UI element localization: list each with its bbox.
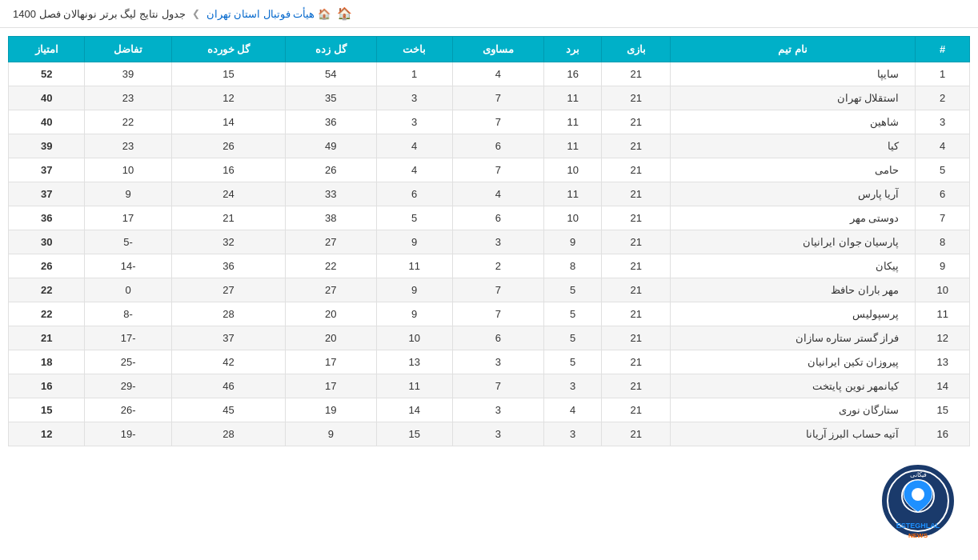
cell-team-name[interactable]: کیانمهر نوین پایتخت <box>671 374 916 398</box>
cell-goals-scored: 33 <box>285 182 376 206</box>
cell-draws: 7 <box>452 278 543 302</box>
cell-draws: 4 <box>452 62 543 86</box>
cell-team-name[interactable]: کیا <box>671 134 916 158</box>
cell-team-name[interactable]: ستارگان نوری <box>671 398 916 422</box>
cell-goals-conceded: 21 <box>171 206 285 230</box>
table-row: 3 شاهین 21 11 7 3 36 14 22 40 <box>9 110 970 134</box>
cell-rank: 3 <box>916 110 970 134</box>
cell-wins: 5 <box>544 326 602 350</box>
cell-team-name[interactable]: سایپا <box>671 62 916 86</box>
table-row: 14 کیانمهر نوین پایتخت 21 3 7 11 17 46 -… <box>9 374 970 398</box>
cell-losses: 5 <box>376 206 452 230</box>
cell-losses: 9 <box>376 230 452 254</box>
cell-points: 37 <box>9 182 85 206</box>
cell-draws: 3 <box>452 350 543 374</box>
cell-rank: 4 <box>916 134 970 158</box>
cell-wins: 9 <box>544 230 602 254</box>
cell-rank: 2 <box>916 86 970 110</box>
cell-games: 21 <box>602 110 671 134</box>
cell-wins: 10 <box>544 206 602 230</box>
cell-draws: 7 <box>452 110 543 134</box>
cell-team-name[interactable]: مهر باران حافظ <box>671 278 916 302</box>
cell-team-name[interactable]: آتیه حساب البرز آریانا <box>671 422 916 446</box>
svg-point-3 <box>912 488 924 501</box>
table-row: 4 کیا 21 11 6 4 49 26 23 39 <box>9 134 970 158</box>
header-goals-scored: گل زده <box>285 37 376 62</box>
cell-goal-diff: 0 <box>85 278 172 302</box>
table-body: 1 سایپا 21 16 4 1 54 15 39 52 2 استقلال … <box>9 62 970 446</box>
table-row: 8 پارسیان جوان ایرانیان 21 9 3 9 27 32 -… <box>9 230 970 254</box>
cell-losses: 4 <box>376 158 452 182</box>
table-row: 7 دوستی مهر 21 10 6 5 38 21 17 36 <box>9 206 970 230</box>
cell-losses: 3 <box>376 110 452 134</box>
cell-goals-conceded: 45 <box>171 398 285 422</box>
cell-points: 40 <box>9 86 85 110</box>
svg-text:ESTEGHLAL: ESTEGHLAL <box>896 522 940 530</box>
table-row: 5 حامی 21 10 7 4 26 16 10 37 <box>9 158 970 182</box>
logo-area: فیکانی ESTEGHLAL NEWS <box>874 462 970 542</box>
cell-draws: 6 <box>452 326 543 350</box>
cell-team-name[interactable]: پیکان <box>671 254 916 278</box>
cell-team-name[interactable]: شاهین <box>671 110 916 134</box>
cell-draws: 7 <box>452 302 543 326</box>
cell-goals-conceded: 14 <box>171 110 285 134</box>
header-goal-diff: تفاضل <box>85 37 172 62</box>
cell-wins: 4 <box>544 398 602 422</box>
table-header-row: # نام تیم بازی برد مساوی باخت گل زده گل … <box>9 37 970 62</box>
cell-team-name[interactable]: آریا پارس <box>671 182 916 206</box>
cell-goals-conceded: 37 <box>171 326 285 350</box>
table-row: 11 پرسپولیس 21 5 7 9 20 28 -8 22 <box>9 302 970 326</box>
cell-draws: 7 <box>452 86 543 110</box>
cell-losses: 4 <box>376 134 452 158</box>
cell-goals-conceded: 16 <box>171 158 285 182</box>
cell-goals-scored: 38 <box>285 206 376 230</box>
svg-text:NEWS: NEWS <box>908 532 928 539</box>
svg-text:فیکانی: فیکانی <box>910 471 927 478</box>
cell-team-name[interactable]: دوستی مهر <box>671 206 916 230</box>
cell-team-name[interactable]: پرسپولیس <box>671 302 916 326</box>
cell-rank: 9 <box>916 254 970 278</box>
cell-draws: 3 <box>452 230 543 254</box>
cell-games: 21 <box>602 302 671 326</box>
cell-team-name[interactable]: پارسیان جوان ایرانیان <box>671 230 916 254</box>
header-games: بازی <box>602 37 671 62</box>
table-row: 1 سایپا 21 16 4 1 54 15 39 52 <box>9 62 970 86</box>
cell-goal-diff: -26 <box>85 398 172 422</box>
cell-games: 21 <box>602 278 671 302</box>
cell-goals-conceded: 36 <box>171 254 285 278</box>
cell-team-name[interactable]: پیروزان تکین ایرانیان <box>671 350 916 374</box>
cell-goals-conceded: 27 <box>171 278 285 302</box>
cell-team-name[interactable]: استقلال تهران <box>671 86 916 110</box>
cell-losses: 14 <box>376 398 452 422</box>
home-link[interactable]: 🏠 هیأت فوتبال استان تهران <box>206 8 331 20</box>
cell-points: 52 <box>9 62 85 86</box>
cell-wins: 11 <box>544 134 602 158</box>
cell-points: 21 <box>9 326 85 350</box>
table-row: 2 استقلال تهران 21 11 7 3 35 12 23 40 <box>9 86 970 110</box>
cell-goal-diff: -19 <box>85 422 172 446</box>
cell-losses: 6 <box>376 182 452 206</box>
cell-goals-conceded: 46 <box>171 374 285 398</box>
cell-points: 12 <box>9 422 85 446</box>
cell-wins: 11 <box>544 182 602 206</box>
cell-team-name[interactable]: حامی <box>671 158 916 182</box>
cell-team-name[interactable]: فراز گستر ستاره سازان <box>671 326 916 350</box>
cell-goals-conceded: 28 <box>171 302 285 326</box>
cell-goals-conceded: 24 <box>171 182 285 206</box>
table-row: 9 پیکان 21 8 2 11 22 36 -14 26 <box>9 254 970 278</box>
cell-games: 21 <box>602 422 671 446</box>
cell-losses: 9 <box>376 278 452 302</box>
cell-games: 21 <box>602 230 671 254</box>
cell-goal-diff: -5 <box>85 230 172 254</box>
cell-goals-scored: 36 <box>285 110 376 134</box>
cell-wins: 11 <box>544 110 602 134</box>
cell-draws: 6 <box>452 206 543 230</box>
cell-games: 21 <box>602 350 671 374</box>
cell-goals-scored: 9 <box>285 422 376 446</box>
cell-wins: 5 <box>544 350 602 374</box>
cell-rank: 8 <box>916 230 970 254</box>
cell-rank: 1 <box>916 62 970 86</box>
cell-losses: 13 <box>376 350 452 374</box>
cell-losses: 11 <box>376 254 452 278</box>
cell-goal-diff: 23 <box>85 134 172 158</box>
